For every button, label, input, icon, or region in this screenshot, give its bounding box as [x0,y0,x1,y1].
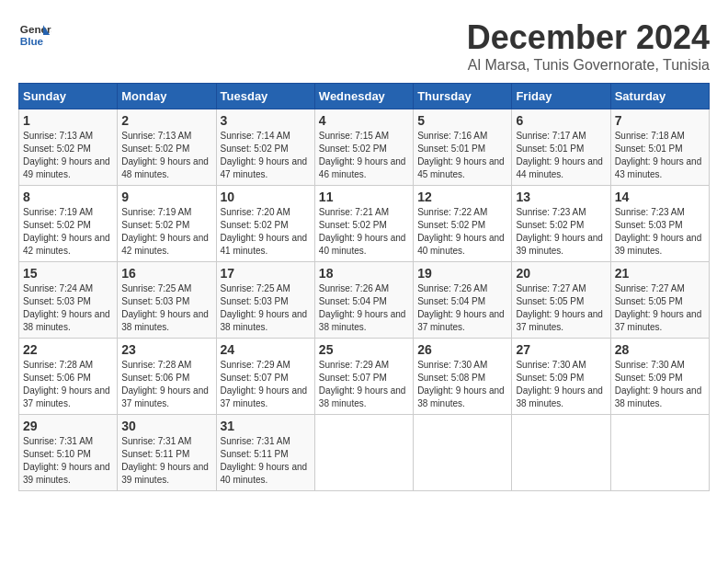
logo-icon: General Blue [18,18,51,52]
weekday-header-row: SundayMondayTuesdayWednesdayThursdayFrid… [19,84,710,109]
calendar-day: 16Sunrise: 7:25 AMSunset: 5:03 PMDayligh… [118,262,216,339]
page-subtitle: Al Marsa, Tunis Governorate, Tunisia [467,57,710,74]
calendar-day: 9Sunrise: 7:19 AMSunset: 5:02 PMDaylight… [118,186,216,262]
weekday-header: Tuesday [216,84,314,109]
calendar-day: 7Sunrise: 7:18 AMSunset: 5:01 PMDaylight… [610,109,709,186]
weekday-header: Saturday [610,84,709,109]
header: General Blue December 2024 Al Marsa, Tun… [18,18,710,74]
calendar-day: 15Sunrise: 7:24 AMSunset: 5:03 PMDayligh… [19,262,118,339]
calendar-week-row: 29Sunrise: 7:31 AMSunset: 5:10 PMDayligh… [19,415,710,491]
calendar-day [512,415,610,491]
calendar-week-row: 22Sunrise: 7:28 AMSunset: 5:06 PMDayligh… [19,339,710,415]
calendar-day: 31Sunrise: 7:31 AMSunset: 5:11 PMDayligh… [216,415,314,491]
calendar-day: 20Sunrise: 7:27 AMSunset: 5:05 PMDayligh… [512,262,610,339]
calendar-day: 12Sunrise: 7:22 AMSunset: 5:02 PMDayligh… [414,186,512,262]
calendar-day: 5Sunrise: 7:16 AMSunset: 5:01 PMDaylight… [414,109,512,186]
calendar-day: 26Sunrise: 7:30 AMSunset: 5:08 PMDayligh… [414,339,512,415]
calendar-week-row: 15Sunrise: 7:24 AMSunset: 5:03 PMDayligh… [19,262,710,339]
calendar-day [314,415,413,491]
weekday-header: Friday [512,84,610,109]
calendar-day: 17Sunrise: 7:25 AMSunset: 5:03 PMDayligh… [216,262,314,339]
calendar-day: 29Sunrise: 7:31 AMSunset: 5:10 PMDayligh… [19,415,118,491]
title-section: December 2024 Al Marsa, Tunis Governorat… [467,18,710,74]
calendar-week-row: 1Sunrise: 7:13 AMSunset: 5:02 PMDaylight… [19,109,710,186]
calendar-day: 10Sunrise: 7:20 AMSunset: 5:02 PMDayligh… [216,186,314,262]
calendar-day: 19Sunrise: 7:26 AMSunset: 5:04 PMDayligh… [414,262,512,339]
calendar-day: 11Sunrise: 7:21 AMSunset: 5:02 PMDayligh… [314,186,413,262]
calendar-day: 1Sunrise: 7:13 AMSunset: 5:02 PMDaylight… [19,109,118,186]
weekday-header: Thursday [414,84,512,109]
calendar-day: 28Sunrise: 7:30 AMSunset: 5:09 PMDayligh… [610,339,709,415]
calendar-day: 14Sunrise: 7:23 AMSunset: 5:03 PMDayligh… [610,186,709,262]
weekday-header: Sunday [19,84,118,109]
calendar-day: 13Sunrise: 7:23 AMSunset: 5:02 PMDayligh… [512,186,610,262]
calendar-day: 27Sunrise: 7:30 AMSunset: 5:09 PMDayligh… [512,339,610,415]
calendar-day: 22Sunrise: 7:28 AMSunset: 5:06 PMDayligh… [19,339,118,415]
calendar-day: 23Sunrise: 7:28 AMSunset: 5:06 PMDayligh… [118,339,216,415]
calendar-day: 18Sunrise: 7:26 AMSunset: 5:04 PMDayligh… [314,262,413,339]
calendar-day: 2Sunrise: 7:13 AMSunset: 5:02 PMDaylight… [118,109,216,186]
weekday-header: Wednesday [314,84,413,109]
calendar-day: 21Sunrise: 7:27 AMSunset: 5:05 PMDayligh… [610,262,709,339]
weekday-header: Monday [118,84,216,109]
calendar-day: 3Sunrise: 7:14 AMSunset: 5:02 PMDaylight… [216,109,314,186]
calendar-day: 30Sunrise: 7:31 AMSunset: 5:11 PMDayligh… [118,415,216,491]
calendar-day [414,415,512,491]
calendar-day: 8Sunrise: 7:19 AMSunset: 5:02 PMDaylight… [19,186,118,262]
calendar-day [610,415,709,491]
page-title: December 2024 [467,18,710,57]
calendar-day: 24Sunrise: 7:29 AMSunset: 5:07 PMDayligh… [216,339,314,415]
calendar-day: 6Sunrise: 7:17 AMSunset: 5:01 PMDaylight… [512,109,610,186]
calendar-week-row: 8Sunrise: 7:19 AMSunset: 5:02 PMDaylight… [19,186,710,262]
calendar-table: SundayMondayTuesdayWednesdayThursdayFrid… [18,83,710,491]
logo: General Blue [18,18,51,52]
svg-text:Blue: Blue [20,35,44,47]
calendar-day: 4Sunrise: 7:15 AMSunset: 5:02 PMDaylight… [314,109,413,186]
calendar-day: 25Sunrise: 7:29 AMSunset: 5:07 PMDayligh… [314,339,413,415]
